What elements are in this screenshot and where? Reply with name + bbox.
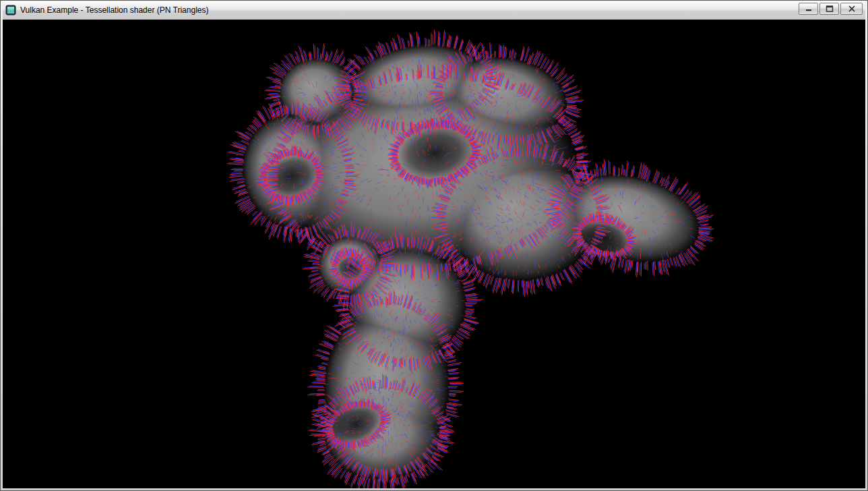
- maximize-icon: [826, 4, 834, 14]
- maximize-button[interactable]: [819, 3, 839, 15]
- app-window: Vulkan Example - Tessellation shader (PN…: [0, 0, 868, 491]
- window-controls: [799, 3, 863, 15]
- minimize-button[interactable]: [799, 3, 818, 15]
- render-canvas[interactable]: [3, 20, 865, 488]
- close-icon: [848, 4, 856, 14]
- app-icon: [5, 5, 16, 16]
- titlebar[interactable]: Vulkan Example - Tessellation shader (PN…: [3, 1, 865, 20]
- window-title: Vulkan Example - Tessellation shader (PN…: [20, 5, 799, 15]
- viewport[interactable]: [3, 20, 865, 488]
- close-button[interactable]: [840, 3, 863, 15]
- minimize-icon: [805, 4, 813, 14]
